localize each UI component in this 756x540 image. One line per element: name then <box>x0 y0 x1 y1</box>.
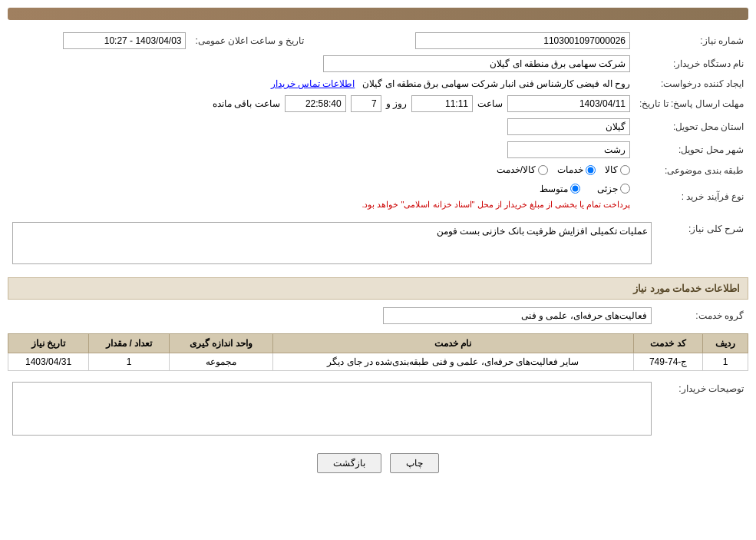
label-buyer: نام دستگاه خریدار: <box>635 52 748 75</box>
label-buyer-desc: توصیحات خریدار: <box>656 379 748 441</box>
buyer-desc-cell <box>8 379 656 441</box>
cell-service-name: سایر فعالیت‌های حرفه‌ای، علمی و فنی طبقه… <box>272 353 633 370</box>
label-creator: ایجاد کننده درخواست: <box>635 75 748 92</box>
th-service-code: کد خدمت <box>633 333 703 353</box>
label-service-group: گروه خدمت: <box>656 304 748 327</box>
category-cell: کالا خدمات کالا/خدمت <box>8 161 635 181</box>
cell-count: 1 <box>89 353 170 370</box>
radio-matawasat[interactable] <box>570 184 580 194</box>
label-deadline: مهلت ارسال پاسخ: تا تاریخ: <box>635 92 748 115</box>
process-cell: جزئی متوسط پرداخت تمام یا بخشی از مبلغ خ… <box>8 181 635 213</box>
label-jozei: جزئی <box>597 184 618 194</box>
service-group-input[interactable] <box>383 307 652 324</box>
creator-cell: روح اله فیضی کارشناس فنی انبار شرکت سهام… <box>8 75 635 92</box>
service-group-cell <box>8 304 656 327</box>
buyer-desc-table: توصیحات خریدار: <box>8 379 748 441</box>
services-table: ردیف کد خدمت نام خدمت واحد اندازه گیری ت… <box>8 333 748 371</box>
radio-kala[interactable] <box>620 165 630 175</box>
label-process: نوع فرآیند خرید : <box>635 181 748 213</box>
services-section-header: اطلاعات خدمات مورد نیاز <box>8 277 748 300</box>
general-desc-textarea[interactable]: عملیات تکمیلی افزایش ظرفیت بانک خازنی بس… <box>12 222 652 264</box>
main-form-table: شماره نیاز: تاریخ و ساعت اعلان عمومی: نا… <box>8 29 748 213</box>
deadline-remaining-label: ساعت باقی مانده <box>213 98 280 109</box>
buyer-input[interactable] <box>323 55 630 72</box>
page-wrapper: شماره نیاز: تاریخ و ساعت اعلان عمومی: نا… <box>0 0 756 540</box>
label-city: شهر محل تحویل: <box>635 138 748 161</box>
radio-kala-khadamat[interactable] <box>538 165 548 175</box>
cell-service-code: ج-74-749 <box>633 353 703 370</box>
city-input[interactable] <box>507 141 630 158</box>
cell-date: 1403/04/31 <box>8 353 89 370</box>
button-row: چاپ بازگشت <box>8 453 748 473</box>
th-service-name: نام خدمت <box>272 333 633 353</box>
deadline-days-label: روز و <box>386 98 407 109</box>
general-desc-cell: عملیات تکمیلی افزایش ظرفیت بانک خازنی بس… <box>8 219 656 270</box>
province-cell <box>8 115 635 138</box>
deadline-cell: ساعت روز و ساعت باقی مانده <box>8 92 635 115</box>
radio-jozei[interactable] <box>620 184 630 194</box>
label-khadamat: خدمات <box>557 164 583 175</box>
cell-row-num: 1 <box>703 353 748 370</box>
buyer-cell <box>8 52 635 75</box>
label-matawasat: متوسط <box>540 184 568 194</box>
label-kala: کالا <box>605 164 618 175</box>
deadline-days-input[interactable] <box>351 95 381 112</box>
table-row: 1 ج-74-749 سایر فعالیت‌های حرفه‌ای، علمی… <box>8 353 748 370</box>
buyer-desc-textarea[interactable] <box>12 382 652 436</box>
deadline-date-input[interactable] <box>507 95 630 112</box>
label-category: طبقه بندی موضوعی: <box>635 161 748 181</box>
request-number-cell <box>324 29 635 52</box>
deadline-remaining-input[interactable] <box>285 95 346 112</box>
process-note: پرداخت تمام یا بخشی از مبلغ خریدار از مح… <box>361 200 630 210</box>
print-button[interactable]: چاپ <box>390 453 439 473</box>
label-date-announce: تاریخ و ساعت اعلان عمومی: <box>190 29 309 52</box>
cell-unit: مجموعه <box>170 353 273 370</box>
request-number-input[interactable] <box>415 32 630 49</box>
deadline-time-input[interactable] <box>411 95 473 112</box>
city-cell <box>8 138 635 161</box>
back-button[interactable]: بازگشت <box>317 453 381 473</box>
radio-khadamat[interactable] <box>586 165 596 175</box>
label-province: استان محل تحویل: <box>635 115 748 138</box>
service-group-table: گروه خدمت: <box>8 304 748 327</box>
label-kala-khadamat: کالا/خدمت <box>497 164 536 175</box>
th-unit: واحد اندازه گیری <box>170 333 273 353</box>
creator-contact-link[interactable]: اطلاعات تماس خریدار <box>271 78 355 89</box>
label-request-number: شماره نیاز: <box>635 29 748 52</box>
province-input[interactable] <box>507 118 630 135</box>
creator-value: روح اله فیضی کارشناس فنی انبار شرکت سهام… <box>362 78 630 89</box>
th-date: تاریخ نیاز <box>8 333 89 353</box>
deadline-time-label: ساعت <box>477 98 503 109</box>
date-announce-input[interactable] <box>63 32 186 49</box>
general-desc-table: شرح کلی نیاز: عملیات تکمیلی افزایش ظرفیت… <box>8 219 748 270</box>
label-general-desc: شرح کلی نیاز: <box>656 219 748 270</box>
date-announce-cell <box>8 29 190 52</box>
th-row-num: ردیف <box>703 333 748 353</box>
th-count: تعداد / مقدار <box>89 333 170 353</box>
page-title <box>8 8 748 20</box>
